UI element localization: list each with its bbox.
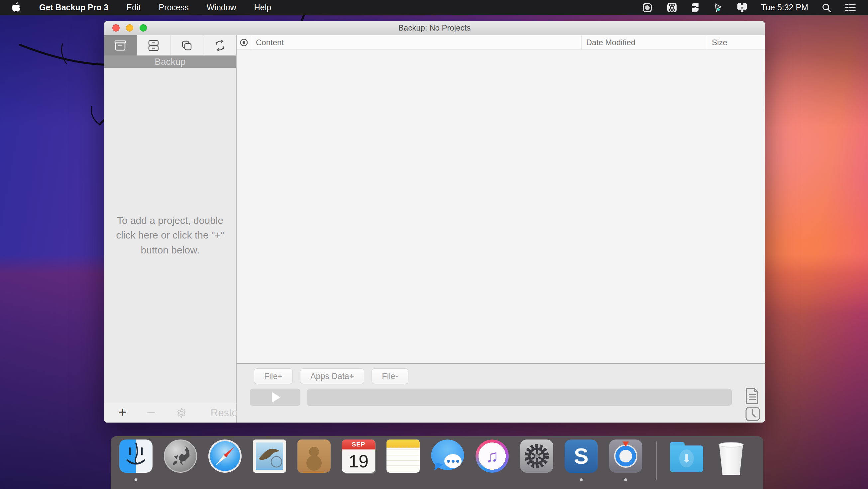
clone-copies-icon <box>181 39 193 52</box>
dock-itunes-icon[interactable]: ♫ <box>475 439 509 483</box>
contacts-book <box>298 439 331 473</box>
command-key-status-icon[interactable] <box>666 2 677 13</box>
notes-yellow-band <box>386 439 420 448</box>
menu-process[interactable]: Process <box>159 3 189 12</box>
itunes-disc: ♫ <box>475 439 509 473</box>
apple-menu-icon[interactable] <box>11 2 21 13</box>
running-indicator <box>624 478 627 481</box>
menu-help[interactable]: Help <box>254 3 271 12</box>
calendar-page: SEP 19 <box>342 439 375 473</box>
calendar-day: 19 <box>342 450 375 473</box>
apps-data-add-button[interactable]: Apps Data+ <box>300 368 364 384</box>
display-status-icon[interactable] <box>736 2 748 13</box>
log-button[interactable] <box>744 387 760 405</box>
dock-calendar-icon[interactable]: SEP 19 <box>342 439 375 483</box>
file-buttons-row: File+ Apps Data+ File- <box>254 368 408 384</box>
safe-dial <box>615 446 636 466</box>
project-list-empty-area[interactable]: To add a project, double click here or c… <box>104 68 236 403</box>
file-table-header: Content Date Modified Size <box>237 35 765 50</box>
mail-stamp <box>253 439 286 473</box>
project-section-header: Backup <box>104 56 236 68</box>
running-indicator <box>580 478 583 481</box>
app-menu-title[interactable]: Get Backup Pro 3 <box>39 3 108 12</box>
menu-window[interactable]: Window <box>207 3 236 12</box>
capture-cursor-status-icon[interactable] <box>713 2 723 13</box>
add-project-button[interactable]: + <box>119 405 127 419</box>
tab-sync[interactable] <box>204 35 236 56</box>
date-modified-column-header[interactable]: Date Modified <box>582 35 707 50</box>
system-preferences-gears <box>520 439 553 473</box>
safari-compass <box>208 439 242 473</box>
menu-edit[interactable]: Edit <box>126 3 141 12</box>
calendar-month: SEP <box>342 439 375 450</box>
get-backup-safe <box>609 439 642 473</box>
dock-mail-icon[interactable] <box>253 439 286 483</box>
dock-launchpad-icon[interactable] <box>164 439 197 483</box>
target-column-header[interactable] <box>237 35 251 50</box>
dock-downloads-icon[interactable]: ⬇ <box>670 439 703 483</box>
tab-archive[interactable] <box>137 35 170 56</box>
get-backup-pro-window: Backup: No Projects <box>104 21 765 423</box>
running-indicator <box>134 478 137 481</box>
run-row <box>250 389 732 405</box>
notes-pad <box>386 439 420 473</box>
notification-center-icon[interactable] <box>845 3 856 12</box>
backup-box-icon <box>114 39 127 52</box>
content-column-header[interactable]: Content <box>251 35 582 50</box>
dock-notes-icon[interactable] <box>386 439 420 483</box>
person-silhouette <box>309 447 319 457</box>
music-note-icon: ♫ <box>477 442 507 471</box>
empty-project-message: To add a project, double click here or c… <box>111 213 229 257</box>
menu-bar-clock[interactable]: Tue 5:32 PM <box>761 3 808 12</box>
shutter-s-status-icon[interactable] <box>690 2 700 13</box>
desktop: Get Backup Pro 3 Edit Process Window Hel… <box>0 0 868 489</box>
compass-needle <box>215 446 235 466</box>
size-column-header[interactable]: Size <box>707 35 765 50</box>
download-arrow-icon: ⬇ <box>682 452 691 465</box>
dock-finder-icon[interactable] <box>119 439 153 483</box>
remove-project-button[interactable]: – <box>148 405 155 418</box>
project-settings-button[interactable] <box>176 407 187 419</box>
run-backup-button[interactable] <box>250 389 301 405</box>
close-button[interactable] <box>112 24 120 32</box>
window-title: Backup: No Projects <box>398 23 470 33</box>
sidebar-toolbar: + – Restore <box>104 403 236 423</box>
bottom-panel: File+ Apps Data+ File- <box>237 364 765 423</box>
dock: SEP 19 ♫ <box>111 436 763 489</box>
file-table-body[interactable] <box>237 50 765 364</box>
messages-bubbles <box>431 439 464 473</box>
snagit-letter: S <box>565 439 598 473</box>
dock-safari-icon[interactable] <box>208 439 242 483</box>
dock-separator <box>656 442 657 480</box>
file-add-button[interactable]: File+ <box>254 368 293 384</box>
sidebar: Backup To add a project, double click he… <box>104 35 237 423</box>
finder-face <box>119 439 153 473</box>
progress-bar <box>307 389 732 405</box>
minimize-button[interactable] <box>126 24 133 32</box>
trash-can <box>714 442 748 475</box>
scheduler-button[interactable] <box>745 406 760 422</box>
zoom-button[interactable] <box>140 24 147 32</box>
mode-tab-bar <box>104 35 236 56</box>
safe-dial-marker <box>622 442 629 447</box>
dock-contacts-icon[interactable] <box>298 439 331 483</box>
menu-bar: Get Backup Pro 3 Edit Process Window Hel… <box>0 0 868 15</box>
tab-backup[interactable] <box>104 35 137 56</box>
downloads-folder: ⬇ <box>670 442 703 476</box>
screenshot-status-icon[interactable] <box>642 2 653 13</box>
title-bar[interactable]: Backup: No Projects <box>104 21 765 35</box>
file-remove-button[interactable]: File- <box>372 368 408 384</box>
spotlight-search-icon[interactable] <box>822 3 832 12</box>
play-icon <box>272 392 280 403</box>
main-pane: Content Date Modified Size File+ Apps Da… <box>237 35 765 423</box>
dock-system-preferences-icon[interactable] <box>520 439 553 483</box>
dock-snagit-icon[interactable]: S <box>565 439 598 483</box>
dock-messages-icon[interactable] <box>431 439 464 483</box>
archive-drawers-icon <box>148 39 159 52</box>
traffic-lights <box>112 21 147 35</box>
dock-get-backup-pro-icon[interactable] <box>609 439 642 483</box>
launchpad-rocket <box>164 439 197 473</box>
sync-arrows-icon <box>214 39 226 52</box>
dock-trash-icon[interactable] <box>714 439 748 483</box>
tab-clone[interactable] <box>170 35 204 56</box>
